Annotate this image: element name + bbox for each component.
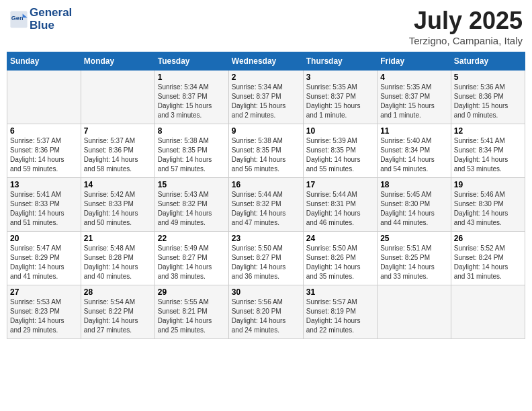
title-block: July 2025 Terzigno, Campania, Italy: [409, 7, 523, 46]
day-cell: 14Sunrise: 5:42 AM Sunset: 8:33 PM Dayli…: [81, 178, 154, 232]
col-header-friday: Friday: [378, 52, 451, 71]
day-cell: 23Sunrise: 5:50 AM Sunset: 8:27 PM Dayli…: [228, 232, 303, 285]
day-number: 31: [306, 287, 374, 297]
calendar-header-row: SundayMondayTuesdayWednesdayThursdayFrid…: [7, 52, 525, 71]
day-number: 3: [306, 73, 374, 82]
day-cell: 15Sunrise: 5:43 AM Sunset: 8:32 PM Dayli…: [154, 178, 228, 232]
day-number: 30: [232, 287, 300, 297]
week-row-4: 20Sunrise: 5:47 AM Sunset: 8:29 PM Dayli…: [7, 232, 525, 285]
day-cell: 3Sunrise: 5:35 AM Sunset: 8:37 PM Daylig…: [303, 71, 377, 124]
day-cell: 10Sunrise: 5:39 AM Sunset: 8:35 PM Dayli…: [303, 124, 377, 178]
day-info: Sunrise: 5:44 AM Sunset: 8:31 PM Dayligh…: [306, 190, 374, 228]
day-cell: 22Sunrise: 5:49 AM Sunset: 8:27 PM Dayli…: [154, 232, 228, 285]
day-number: 10: [306, 126, 374, 136]
day-number: 18: [380, 180, 448, 189]
day-number: 17: [306, 180, 374, 189]
day-number: 2: [232, 73, 300, 82]
day-info: Sunrise: 5:52 AM Sunset: 8:24 PM Dayligh…: [454, 244, 522, 281]
day-info: Sunrise: 5:35 AM Sunset: 8:37 PM Dayligh…: [380, 83, 448, 120]
day-cell: 28Sunrise: 5:54 AM Sunset: 8:22 PM Dayli…: [81, 285, 154, 339]
day-cell: 4Sunrise: 5:35 AM Sunset: 8:37 PM Daylig…: [378, 71, 451, 124]
day-number: 13: [10, 180, 78, 189]
day-cell: [451, 285, 525, 339]
day-info: Sunrise: 5:37 AM Sunset: 8:36 PM Dayligh…: [84, 136, 152, 174]
day-number: 28: [84, 287, 152, 297]
day-cell: 24Sunrise: 5:50 AM Sunset: 8:26 PM Dayli…: [303, 232, 377, 285]
month-title: July 2025: [409, 7, 523, 35]
day-info: Sunrise: 5:36 AM Sunset: 8:36 PM Dayligh…: [454, 83, 522, 120]
day-cell: 29Sunrise: 5:55 AM Sunset: 8:21 PM Dayli…: [154, 285, 228, 339]
day-cell: 2Sunrise: 5:34 AM Sunset: 8:37 PM Daylig…: [228, 71, 303, 124]
page-header: Gen General Blue July 2025 Terzigno, Cam…: [7, 7, 525, 46]
day-info: Sunrise: 5:50 AM Sunset: 8:27 PM Dayligh…: [232, 244, 300, 281]
day-info: Sunrise: 5:51 AM Sunset: 8:25 PM Dayligh…: [380, 244, 448, 281]
day-cell: 16Sunrise: 5:44 AM Sunset: 8:32 PM Dayli…: [228, 178, 303, 232]
day-number: 4: [380, 73, 448, 82]
day-cell: 25Sunrise: 5:51 AM Sunset: 8:25 PM Dayli…: [378, 232, 451, 285]
day-info: Sunrise: 5:56 AM Sunset: 8:20 PM Dayligh…: [232, 298, 300, 335]
day-number: 23: [232, 234, 300, 243]
day-cell: 9Sunrise: 5:38 AM Sunset: 8:35 PM Daylig…: [228, 124, 303, 178]
day-number: 6: [10, 126, 78, 136]
day-info: Sunrise: 5:37 AM Sunset: 8:36 PM Dayligh…: [10, 136, 78, 174]
day-cell: [378, 285, 451, 339]
day-info: Sunrise: 5:46 AM Sunset: 8:30 PM Dayligh…: [454, 190, 522, 228]
day-cell: 6Sunrise: 5:37 AM Sunset: 8:36 PM Daylig…: [7, 124, 81, 178]
day-cell: 26Sunrise: 5:52 AM Sunset: 8:24 PM Dayli…: [451, 232, 525, 285]
col-header-thursday: Thursday: [303, 52, 377, 71]
svg-text:Gen: Gen: [11, 15, 24, 21]
day-info: Sunrise: 5:57 AM Sunset: 8:19 PM Dayligh…: [306, 298, 374, 335]
week-row-1: 1Sunrise: 5:34 AM Sunset: 8:37 PM Daylig…: [7, 71, 525, 124]
day-cell: 17Sunrise: 5:44 AM Sunset: 8:31 PM Dayli…: [303, 178, 377, 232]
day-info: Sunrise: 5:42 AM Sunset: 8:33 PM Dayligh…: [84, 190, 152, 228]
col-header-wednesday: Wednesday: [228, 52, 303, 71]
day-info: Sunrise: 5:55 AM Sunset: 8:21 PM Dayligh…: [158, 298, 226, 335]
day-number: 12: [454, 126, 522, 136]
logo-line1: General: [30, 7, 72, 19]
day-info: Sunrise: 5:34 AM Sunset: 8:37 PM Dayligh…: [158, 83, 226, 120]
day-number: 15: [158, 180, 226, 189]
day-cell: 11Sunrise: 5:40 AM Sunset: 8:34 PM Dayli…: [378, 124, 451, 178]
week-row-2: 6Sunrise: 5:37 AM Sunset: 8:36 PM Daylig…: [7, 124, 525, 178]
day-info: Sunrise: 5:50 AM Sunset: 8:26 PM Dayligh…: [306, 244, 374, 281]
day-cell: 27Sunrise: 5:53 AM Sunset: 8:23 PM Dayli…: [7, 285, 81, 339]
day-number: 14: [84, 180, 152, 189]
day-info: Sunrise: 5:43 AM Sunset: 8:32 PM Dayligh…: [158, 190, 226, 228]
day-info: Sunrise: 5:39 AM Sunset: 8:35 PM Dayligh…: [306, 136, 374, 174]
logo: Gen General Blue: [9, 7, 72, 32]
day-number: 25: [380, 234, 448, 243]
week-row-3: 13Sunrise: 5:41 AM Sunset: 8:33 PM Dayli…: [7, 178, 525, 232]
day-info: Sunrise: 5:38 AM Sunset: 8:35 PM Dayligh…: [158, 136, 226, 174]
day-cell: [7, 71, 81, 124]
day-number: 1: [158, 73, 226, 82]
day-number: 24: [306, 234, 374, 243]
day-number: 8: [158, 126, 226, 136]
day-cell: [81, 71, 154, 124]
day-number: 11: [380, 126, 448, 136]
day-cell: 13Sunrise: 5:41 AM Sunset: 8:33 PM Dayli…: [7, 178, 81, 232]
logo-icon: Gen: [9, 10, 28, 29]
day-info: Sunrise: 5:47 AM Sunset: 8:29 PM Dayligh…: [10, 244, 78, 281]
day-info: Sunrise: 5:41 AM Sunset: 8:33 PM Dayligh…: [10, 190, 78, 228]
day-cell: 19Sunrise: 5:46 AM Sunset: 8:30 PM Dayli…: [451, 178, 525, 232]
day-info: Sunrise: 5:48 AM Sunset: 8:28 PM Dayligh…: [84, 244, 152, 281]
day-number: 21: [84, 234, 152, 243]
day-number: 22: [158, 234, 226, 243]
day-info: Sunrise: 5:54 AM Sunset: 8:22 PM Dayligh…: [84, 298, 152, 335]
day-number: 16: [232, 180, 300, 189]
day-info: Sunrise: 5:41 AM Sunset: 8:34 PM Dayligh…: [454, 136, 522, 174]
day-info: Sunrise: 5:44 AM Sunset: 8:32 PM Dayligh…: [232, 190, 300, 228]
day-number: 29: [158, 287, 226, 297]
day-cell: 31Sunrise: 5:57 AM Sunset: 8:19 PM Dayli…: [303, 285, 377, 339]
day-cell: 30Sunrise: 5:56 AM Sunset: 8:20 PM Dayli…: [228, 285, 303, 339]
day-number: 27: [10, 287, 78, 297]
calendar-table: SundayMondayTuesdayWednesdayThursdayFrid…: [7, 52, 525, 339]
col-header-sunday: Sunday: [7, 52, 81, 71]
day-cell: 5Sunrise: 5:36 AM Sunset: 8:36 PM Daylig…: [451, 71, 525, 124]
day-info: Sunrise: 5:53 AM Sunset: 8:23 PM Dayligh…: [10, 298, 78, 335]
day-cell: 8Sunrise: 5:38 AM Sunset: 8:35 PM Daylig…: [154, 124, 228, 178]
col-header-monday: Monday: [81, 52, 154, 71]
location-title: Terzigno, Campania, Italy: [409, 35, 523, 46]
day-cell: 18Sunrise: 5:45 AM Sunset: 8:30 PM Dayli…: [378, 178, 451, 232]
day-number: 19: [454, 180, 522, 189]
